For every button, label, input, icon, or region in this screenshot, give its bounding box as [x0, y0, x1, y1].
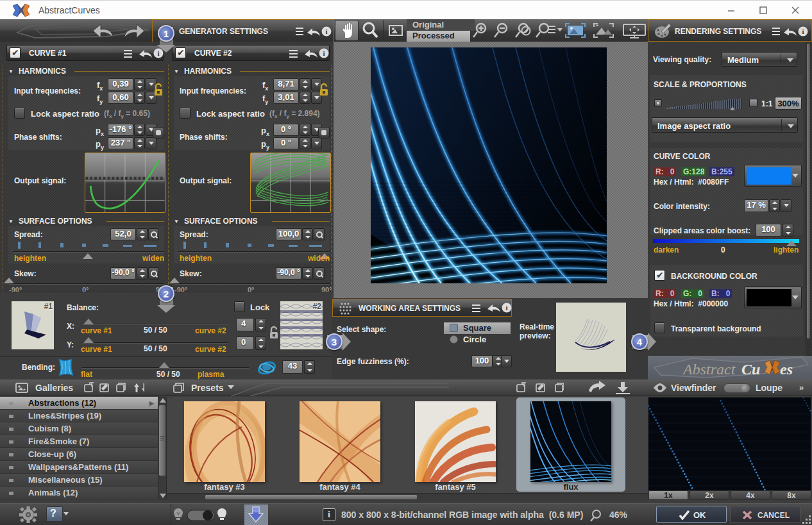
svg-text:Cu: Cu — [741, 361, 760, 378]
svg-text:i: i — [325, 28, 327, 35]
svg-text:i: i — [323, 49, 325, 57]
svg-text:Abstract: Abstract — [682, 361, 736, 378]
svg-text:es: es — [780, 361, 793, 378]
svg-text:i: i — [802, 28, 804, 35]
svg-text:i: i — [505, 304, 507, 312]
